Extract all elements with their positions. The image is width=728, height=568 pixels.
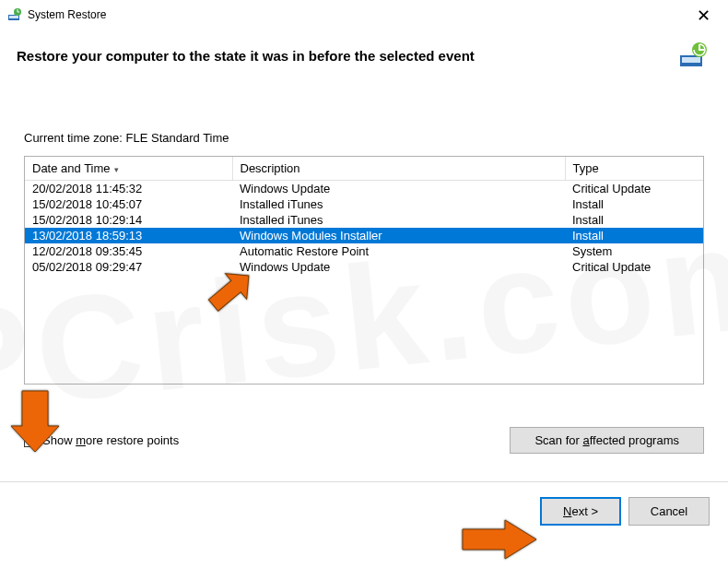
cell-datetime: 12/02/2018 09:35:45: [25, 243, 232, 259]
table-row[interactable]: 12/02/2018 09:35:45Automatic Restore Poi…: [25, 243, 703, 259]
col-description-label: Description: [241, 161, 300, 175]
cell-datetime: 13/02/2018 18:59:13: [25, 228, 232, 243]
cell-type: Install: [565, 212, 703, 228]
svg-marker-6: [203, 267, 259, 318]
annotation-arrow-checkbox: [7, 384, 63, 457]
restore-points-table: Date and Time▾ Description Type 20/02/20…: [24, 156, 704, 385]
table-row[interactable]: 05/02/2018 09:29:47Windows UpdateCritica…: [25, 259, 703, 275]
content-area: Current time zone: FLE Standard Time Dat…: [0, 76, 728, 385]
cell-type: Install: [565, 228, 703, 243]
heading: Restore your computer to the state it wa…: [17, 48, 475, 64]
close-button[interactable]: ✕: [689, 6, 717, 26]
cell-description: Installed iTunes: [232, 196, 565, 212]
timezone-label: Current time zone: FLE Standard Time: [24, 131, 704, 145]
col-datetime[interactable]: Date and Time▾: [25, 157, 232, 181]
window-title: System Restore: [28, 8, 106, 21]
cell-description: Windows Update: [232, 181, 565, 197]
cell-description: Installed iTunes: [232, 212, 565, 228]
cell-datetime: 15/02/2018 10:29:14: [25, 212, 232, 228]
cell-type: Critical Update: [565, 259, 703, 275]
scan-affected-button[interactable]: Scan for affected programs: [510, 427, 704, 454]
table-row[interactable]: 15/02/2018 10:45:07Installed iTunesInsta…: [25, 196, 703, 212]
cell-type: System: [565, 243, 703, 259]
restore-icon: [7, 7, 22, 22]
options-row: Show more restore points Scan for affect…: [0, 423, 728, 454]
cell-type: Install: [565, 196, 703, 212]
cell-description: Windows Update: [232, 259, 565, 275]
restore-large-icon: [678, 41, 708, 70]
col-type-label: Type: [573, 161, 599, 175]
next-button[interactable]: Next >: [540, 497, 621, 526]
annotation-arrow-row: [194, 267, 259, 332]
cell-description: Automatic Restore Point: [232, 243, 565, 259]
cancel-button[interactable]: Cancel: [628, 497, 710, 526]
titlebar: System Restore ✕: [0, 0, 728, 30]
table-row[interactable]: 13/02/2018 18:59:13Windows Modules Insta…: [25, 228, 703, 243]
sort-desc-icon: ▾: [114, 165, 119, 174]
header: Restore your computer to the state it wa…: [0, 30, 728, 76]
svg-marker-8: [463, 520, 536, 559]
col-type[interactable]: Type: [565, 157, 703, 181]
cell-type: Critical Update: [565, 181, 703, 197]
table-header-row: Date and Time▾ Description Type: [25, 157, 703, 181]
col-description[interactable]: Description: [232, 157, 565, 181]
svg-rect-4: [682, 57, 700, 63]
cell-datetime: 15/02/2018 10:45:07: [25, 196, 232, 212]
col-datetime-label: Date and Time: [32, 161, 111, 175]
table-row[interactable]: 15/02/2018 10:29:14Installed iTunesInsta…: [25, 212, 703, 228]
svg-rect-1: [9, 16, 18, 18]
cell-datetime: 20/02/2018 11:45:32: [25, 181, 232, 197]
checkbox-label: Show more restore points: [42, 433, 179, 447]
cell-description: Windows Modules Installer: [232, 228, 565, 243]
footer: Next > Cancel: [0, 482, 728, 540]
table-row[interactable]: 20/02/2018 11:45:32Windows UpdateCritica…: [25, 181, 703, 197]
annotation-arrow-next: [457, 518, 540, 561]
svg-marker-7: [11, 391, 59, 452]
